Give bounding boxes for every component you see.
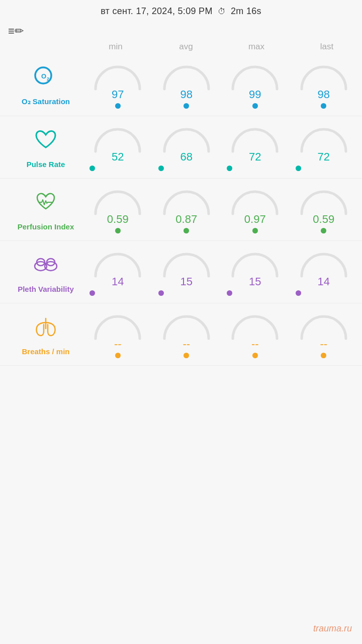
gauge-perfusion-max: 0.97 — [225, 186, 285, 233]
gauge-o2sat-last: 98 — [294, 61, 354, 109]
gauge-pulserate-max: 72 — [225, 123, 285, 171]
gauge-arc-o2sat-min — [93, 61, 143, 92]
gauge-pulserate-last: 72 — [294, 123, 354, 171]
metrics-container: O 2 O₂ Saturation 97 98 99 98 Pulse Rate… — [0, 54, 362, 366]
metric-label-perfusion: Perfusion Index — [18, 222, 74, 231]
gauge-dot-breaths-last — [321, 353, 326, 358]
svg-text:2: 2 — [47, 76, 49, 82]
gauge-arc-o2sat-avg — [161, 61, 212, 92]
gauges-pulserate: 52 68 72 72 — [83, 123, 358, 171]
gauge-o2sat-max: 99 — [225, 61, 285, 109]
clock-icon: ⏱ — [218, 7, 226, 16]
gauge-arc-breaths-max — [230, 310, 280, 342]
col-max: max — [221, 42, 292, 52]
gauge-dot-pulserate-last — [296, 166, 301, 171]
gauge-dot-perfusion-avg — [184, 228, 189, 233]
metric-row-o2sat: O 2 O₂ Saturation 97 98 99 98 — [0, 54, 362, 116]
metric-label-breaths: Breaths / min — [22, 347, 69, 356]
gauges-o2sat: 97 98 99 98 — [83, 61, 358, 109]
gauge-breaths-last: -- — [294, 310, 354, 358]
metric-row-pulserate: Pulse Rate 52 68 72 72 — [0, 116, 362, 179]
gauge-dot-pleth-min — [89, 290, 95, 296]
gauge-dot-pleth-avg — [158, 290, 164, 296]
menu-edit-icon[interactable]: ≡✏ — [8, 25, 24, 38]
gauge-breaths-min: -- — [87, 310, 148, 358]
gauge-pleth-max: 15 — [225, 248, 285, 296]
gauge-arc-pleth-max — [230, 248, 280, 279]
column-headers: min avg max last — [0, 42, 362, 52]
gauge-arc-pulserate-min — [93, 123, 143, 154]
gauge-breaths-max: -- — [225, 310, 285, 358]
gauge-dot-perfusion-max — [252, 228, 258, 233]
lungs-icon — [31, 313, 61, 344]
gauge-o2sat-min: 97 — [87, 61, 148, 109]
gauge-dot-breaths-min — [115, 353, 121, 358]
metric-icon-label-pleth: Pleth Variability — [8, 251, 83, 293]
status-duration: 2m 16s — [231, 6, 261, 17]
o2-icon: O 2 — [32, 63, 59, 94]
metric-icon-label-o2sat: O 2 O₂ Saturation — [8, 63, 83, 106]
col-avg: avg — [151, 42, 221, 52]
metric-label-pleth: Pleth Variability — [18, 285, 74, 293]
gauge-dot-perfusion-last — [321, 228, 326, 233]
gauge-perfusion-avg: 0.87 — [156, 186, 217, 233]
gauge-pleth-avg: 15 — [156, 248, 217, 296]
toolbar: ≡✏ — [0, 21, 362, 42]
heart-wave-icon — [32, 189, 59, 219]
gauge-perfusion-min: 0.59 — [87, 186, 148, 233]
gauge-arc-breaths-avg — [161, 310, 212, 342]
gauge-dot-perfusion-min — [115, 228, 121, 233]
metric-row-perfusion: Perfusion Index 0.59 0.87 0.97 0.59 — [0, 179, 362, 241]
gauge-arc-perfusion-avg — [161, 186, 212, 217]
gauge-arc-pulserate-avg — [161, 123, 212, 154]
gauge-dot-o2sat-max — [252, 103, 258, 109]
gauge-arc-pleth-last — [299, 248, 349, 279]
metric-row-breaths: Breaths / min -- -- -- -- — [0, 303, 362, 366]
heart-icon — [32, 126, 59, 157]
gauge-pleth-min: 14 — [87, 248, 148, 296]
gauge-pleth-last: 14 — [294, 248, 354, 296]
gauge-dot-pleth-last — [296, 290, 301, 296]
col-last: last — [292, 42, 362, 52]
metric-icon-label-pulserate: Pulse Rate — [8, 126, 83, 169]
gauge-arc-pleth-avg — [161, 248, 212, 279]
metric-label-pulserate: Pulse Rate — [27, 160, 65, 169]
metric-row-pleth: Pleth Variability 14 15 15 14 — [0, 241, 362, 303]
gauge-dot-o2sat-min — [115, 103, 121, 109]
gauge-dot-breaths-max — [252, 353, 258, 358]
gauge-dot-breaths-avg — [184, 353, 189, 358]
gauges-breaths: -- -- -- -- — [83, 310, 358, 358]
gauge-dot-pulserate-avg — [158, 166, 164, 171]
gauge-dot-pleth-max — [227, 290, 232, 296]
gauge-pulserate-avg: 68 — [156, 123, 217, 171]
col-min: min — [80, 42, 151, 52]
metric-icon-label-breaths: Breaths / min — [8, 313, 83, 356]
metric-label-o2sat: O₂ Saturation — [22, 97, 70, 106]
gauge-arc-o2sat-max — [230, 61, 280, 92]
gauge-arc-pulserate-last — [299, 123, 349, 154]
gauge-arc-perfusion-min — [93, 186, 143, 217]
status-bar: вт сент. 17, 2024, 5:09 PM ⏱ 2m 16s — [0, 0, 362, 21]
gauge-breaths-avg: -- — [156, 310, 217, 358]
metric-icon-label-perfusion: Perfusion Index — [8, 189, 83, 231]
gauge-dot-pulserate-max — [227, 166, 232, 171]
gauge-pulserate-min: 52 — [87, 123, 148, 171]
gauge-o2sat-avg: 98 — [156, 61, 217, 109]
gauge-arc-breaths-min — [93, 310, 143, 342]
gauge-arc-perfusion-max — [230, 186, 280, 217]
gauge-arc-pulserate-max — [230, 123, 280, 154]
gauge-perfusion-last: 0.59 — [294, 186, 354, 233]
watermark: trauma.ru — [313, 623, 352, 634]
gauge-arc-perfusion-last — [299, 186, 349, 217]
clouds-icon — [31, 251, 61, 282]
status-datetime: вт сент. 17, 2024, 5:09 PM — [101, 6, 213, 17]
gauge-arc-pleth-min — [93, 248, 143, 279]
gauge-arc-o2sat-last — [299, 61, 349, 92]
gauges-pleth: 14 15 15 14 — [83, 248, 358, 296]
gauge-arc-breaths-last — [299, 310, 349, 342]
gauges-perfusion: 0.59 0.87 0.97 0.59 — [83, 186, 358, 233]
gauge-dot-o2sat-last — [321, 103, 326, 109]
gauge-dot-o2sat-avg — [184, 103, 189, 109]
svg-text:O: O — [41, 72, 46, 80]
gauge-dot-pulserate-min — [89, 166, 95, 171]
